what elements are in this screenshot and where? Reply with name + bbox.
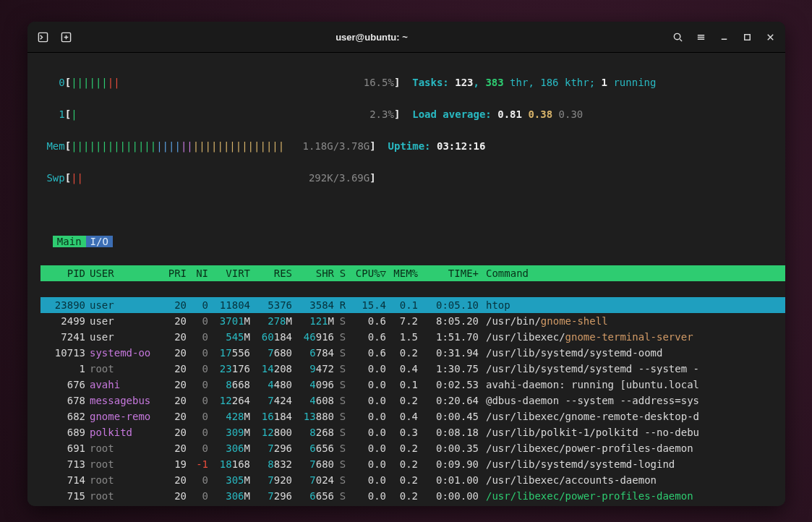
svg-point-2 xyxy=(674,33,680,39)
process-row[interactable]: 716root200306M72966656S0.00.20:00.00/usr… xyxy=(27,504,785,506)
search-button[interactable] xyxy=(667,26,688,48)
process-row[interactable]: 691root200306M72966656S0.00.20:00.35/usr… xyxy=(27,440,785,456)
swp-meter: Swp[|| 292K/3.69G] xyxy=(27,170,785,186)
tab-main[interactable]: Main xyxy=(53,236,86,247)
process-row[interactable]: 715root200306M72966656S0.00.20:00.00/usr… xyxy=(27,488,785,504)
process-row[interactable]: 713root19-11816888327680S0.00.20:09.90/u… xyxy=(27,456,785,472)
cpu1-meter: 1[| 2.3%] Load average: 0.81 0.38 0.30 xyxy=(27,106,785,122)
process-row[interactable]: 689polkitd200309M128008268S0.00.30:08.18… xyxy=(27,424,785,440)
new-tab-button[interactable] xyxy=(55,26,77,48)
terminal-window: user@ubuntu: ~ 0[|||||||| xyxy=(27,22,785,506)
blank-row xyxy=(27,202,785,218)
terminal-icon[interactable] xyxy=(32,26,54,48)
process-row[interactable]: 2499user2003701M278M121MS0.67.28:05.20/u… xyxy=(27,313,785,329)
process-row[interactable]: 7241user200545M6018446916S0.61.51:51.70/… xyxy=(27,329,785,345)
window-title: user@ubuntu: ~ xyxy=(77,32,667,43)
tabs-row: MainI/O xyxy=(27,234,785,249)
mem-meter: Mem[||||||||||||||||||||||||||||||||||| … xyxy=(27,138,785,154)
process-list[interactable]: 23890user2001180453763584R15.40.10:05.10… xyxy=(27,297,785,506)
maximize-button[interactable] xyxy=(736,26,758,48)
cpu0-meter: 0[|||||||| 16.5%] Tasks: 123, 383 thr, 1… xyxy=(27,74,785,90)
process-row[interactable]: 1root20023176142089472S0.00.41:30.75/usr… xyxy=(27,361,785,377)
svg-rect-3 xyxy=(744,34,750,40)
process-row[interactable]: 682gnome-remo200428M1618413880S0.00.40:0… xyxy=(27,408,785,424)
process-row[interactable]: 714root200305M79207024S0.00.20:01.00/usr… xyxy=(27,472,785,488)
header-row[interactable]: PIDUSERPRINIVIRTRESSHRSCPU%▽MEM%TIME+Com… xyxy=(27,265,785,281)
tab-io[interactable]: I/O xyxy=(86,236,113,247)
titlebar: user@ubuntu: ~ xyxy=(27,22,785,53)
terminal-content[interactable]: 0[|||||||| 16.5%] Tasks: 123, 383 thr, 1… xyxy=(27,53,785,506)
menu-button[interactable] xyxy=(690,26,711,48)
process-row[interactable]: 678messagebus2001226474244608S0.00.20:20… xyxy=(27,393,785,408)
minimize-button[interactable] xyxy=(713,26,735,48)
process-row[interactable]: 10713systemd-oo2001755676806784S0.60.20:… xyxy=(27,345,785,361)
process-row[interactable]: 23890user2001180453763584R15.40.10:05.10… xyxy=(27,297,785,313)
process-row[interactable]: 676avahi200866844804096S0.00.10:02.53ava… xyxy=(27,377,785,393)
close-button[interactable] xyxy=(759,26,781,48)
